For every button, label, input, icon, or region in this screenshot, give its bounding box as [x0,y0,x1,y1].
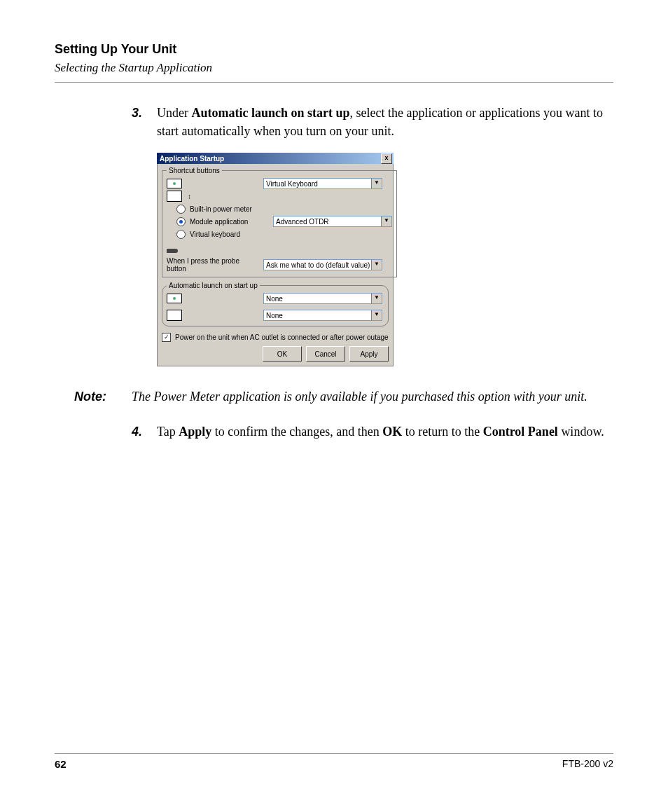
text: to confirm the changes, and then [211,425,382,439]
text: Tap [157,425,179,439]
bold-ok: OK [382,425,402,439]
footer-rule [55,753,613,754]
combo-value: Ask me what to do (default value) [266,261,370,269]
checkbox-label: Power on the unit when AC outlet is conn… [175,333,389,341]
hardware-button-1-icon [167,179,182,188]
close-button[interactable]: x [381,153,392,164]
shortcut1-combo[interactable]: Virtual Keyboard ▼ [263,178,382,189]
radio-virtual-keyboard[interactable] [176,230,186,239]
page-number: 62 [55,758,67,770]
chevron-down-icon: ▼ [381,216,391,226]
combo-value: None [266,312,283,319]
document-id: FTB-200 v2 [562,758,613,770]
section-title: Selecting the Startup Application [55,61,613,75]
combo-value: Virtual Keyboard [266,180,318,188]
combo-value: Advanced OTDR [276,218,329,226]
step-4: 4. Tap Apply to confirm the changes, and… [132,422,613,441]
step-body: Tap Apply to confirm the changes, and th… [157,422,613,441]
step-body: Under Automatic launch on start up, sele… [157,104,613,140]
chapter-title: Setting Up Your Unit [55,42,613,57]
radio-module-application[interactable] [176,217,186,226]
note: Note: The Power Meter application is onl… [74,387,613,406]
text: window. [558,425,604,439]
power-on-ac-checkbox[interactable]: ✓ [162,333,171,342]
header-rule [55,82,613,83]
text: to return to the [402,425,482,439]
combo-value: None [266,295,283,303]
bold-control-panel: Control Panel [483,425,558,439]
radio-builtin-power-meter[interactable] [176,205,186,214]
automatic-launch-group: Automatic launch on start up None ▼ [162,282,389,326]
page-footer: 62 FTB-200 v2 [55,753,613,770]
dialog-body: Shortcut buttons Virtual Keyboard ▼ [157,164,394,366]
bold-apply: Apply [179,425,211,439]
autolaunch2-combo[interactable]: None ▼ [263,310,382,321]
cancel-button[interactable]: Cancel [306,346,345,362]
bold-phrase: Automatic launch on start up [191,106,349,120]
hardware-button-2-icon [167,310,182,321]
arrows-icon [186,193,190,200]
chevron-down-icon: ▼ [371,179,382,188]
chevron-down-icon: ▼ [371,310,382,320]
radio-label: Virtual keyboard [190,230,240,238]
note-text: The Power Meter application is only avai… [132,387,613,406]
application-startup-dialog: Application Startup x Shortcut buttons V… [157,153,394,366]
probe-label: When I press the probe button [167,257,259,273]
probe-icon [167,249,178,253]
titlebar: Application Startup x [157,153,394,164]
ok-button[interactable]: OK [263,346,302,362]
text: Under [157,106,191,120]
group-legend: Automatic launch on start up [167,282,260,289]
probe-action-combo[interactable]: Ask me what to do (default value) ▼ [263,259,382,270]
hardware-button-1-icon [167,294,182,303]
chevron-down-icon: ▼ [371,294,382,303]
hardware-button-2-icon [167,191,182,202]
step-number: 3. [132,104,157,140]
chevron-down-icon: ▼ [371,260,382,270]
note-label: Note: [74,387,132,406]
radio-label: Module application [190,218,248,226]
step-3: 3. Under Automatic launch on start up, s… [132,104,613,140]
shortcut-buttons-group: Shortcut buttons Virtual Keyboard ▼ [162,167,397,277]
radio-label: Built-in power meter [190,205,252,213]
module-app-combo[interactable]: Advanced OTDR ▼ [273,216,392,227]
step-number: 4. [132,422,157,441]
window-title: Application Startup [160,155,224,163]
apply-button[interactable]: Apply [349,346,389,362]
group-legend: Shortcut buttons [167,167,222,174]
autolaunch1-combo[interactable]: None ▼ [263,293,382,304]
